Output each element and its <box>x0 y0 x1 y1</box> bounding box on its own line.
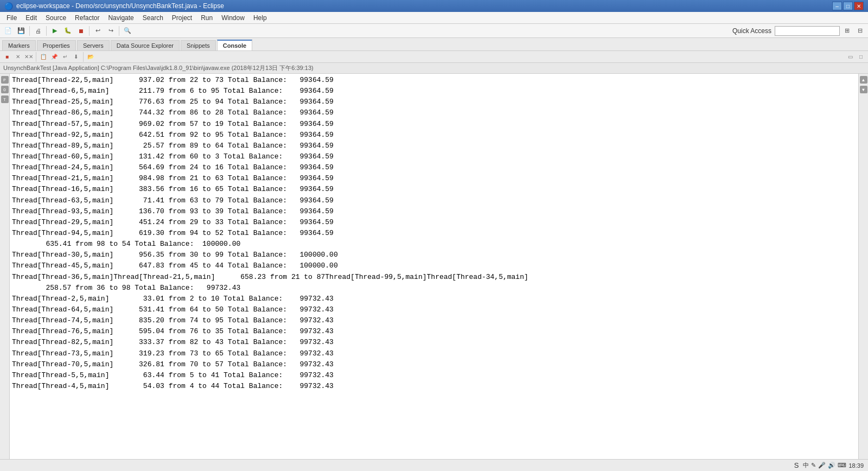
console-line: 635.41 from 98 to 54 Total Balance: 1000… <box>12 239 856 250</box>
console-line: Thread[Thread-45,5,main] 647.83 from 45 … <box>12 260 856 271</box>
status-bar: S 中 ✎ 🎤 🔊 ⌨ 18:39 <box>0 459 868 471</box>
status-icon-3: 🔊 <box>828 462 835 469</box>
quick-access-input[interactable] <box>775 26 840 36</box>
console-scroll-button[interactable]: ⬇ <box>71 52 81 62</box>
menu-window[interactable]: Window <box>217 13 249 23</box>
toolbar-new-button[interactable]: 📄 <box>2 25 14 37</box>
console-terminate-button[interactable]: ■ <box>2 52 12 62</box>
views-tabs: Markers Properties Servers Data Source E… <box>0 38 868 51</box>
tab-snippets[interactable]: Snippets <box>181 40 216 50</box>
menu-run[interactable]: Run <box>196 13 217 23</box>
menu-bar: File Edit Source Refactor Navigate Searc… <box>0 12 868 24</box>
console-maximize-button[interactable]: □ <box>856 52 866 62</box>
menu-navigate[interactable]: Navigate <box>104 13 138 23</box>
console-line: Thread[Thread-89,5,main] 25.57 from 89 t… <box>12 141 856 151</box>
toolbar-run-button[interactable]: ▶ <box>49 25 61 37</box>
menu-source[interactable]: Source <box>41 13 71 23</box>
status-icon-1: ✎ <box>811 462 816 469</box>
console-toolbar: ■ ✕ ✕✕ 📋 📌 ↵ ⬇ 📂 ▭ □ <box>0 51 868 63</box>
toolbar-print-button[interactable]: 🖨 <box>32 25 44 37</box>
status-ime-indicator: 中 <box>803 461 809 469</box>
title-bar: 🔵 eclipse-workspace - Demo/src/unsynch/U… <box>0 0 868 12</box>
title-bar-left: 🔵 eclipse-workspace - Demo/src/unsynch/U… <box>4 2 224 10</box>
toolbar-perspective-button[interactable]: ⊞ <box>841 25 853 37</box>
tab-console[interactable]: Console <box>217 40 252 50</box>
toolbar-search-button[interactable]: 🔍 <box>122 25 133 37</box>
toolbar-separator-1 <box>29 26 30 36</box>
title-bar-controls[interactable]: – □ ✕ <box>832 2 864 10</box>
status-icon-2: 🎤 <box>818 462 826 469</box>
console-line: Thread[Thread-4,5,main] 54.03 from 4 to … <box>12 381 856 392</box>
console-line: Thread[Thread-73,5,main] 319.23 from 73 … <box>12 348 856 359</box>
console-line: Thread[Thread-21,5,main] 984.98 from 21 … <box>12 173 856 184</box>
console-pin-button[interactable]: 📌 <box>49 52 59 62</box>
console-line: Thread[Thread-92,5,main] 642.51 from 92 … <box>12 130 856 141</box>
path-bar: UnsynchBankTest [Java Application] C:\Pr… <box>0 63 868 74</box>
toolbar-redo-button[interactable]: ↪ <box>105 25 117 37</box>
console-line: Thread[Thread-36,5,main]Thread[Thread-21… <box>12 272 856 283</box>
status-icon-4: ⌨ <box>838 462 846 469</box>
eclipse-logo-icon: 🔵 <box>4 2 13 10</box>
console-line: Thread[Thread-25,5,main] 776.63 from 25 … <box>12 97 856 107</box>
tab-properties[interactable]: Properties <box>37 40 76 50</box>
title-bar-text: eclipse-workspace - Demo/src/unsynch/Uns… <box>16 2 224 10</box>
main-content: P O T Thread[Thread-22,5,main] 937.02 fr… <box>0 74 868 459</box>
console-remove-launch-button[interactable]: ✕ <box>13 52 23 62</box>
toolbar-debug-button[interactable]: 🐛 <box>62 25 74 37</box>
console-line: Thread[Thread-76,5,main] 595.04 from 76 … <box>12 326 856 337</box>
tab-data-source-explorer[interactable]: Data Source Explorer <box>111 40 180 50</box>
console-line: 258.57 from 36 to 98 Total Balance: 9973… <box>12 283 856 294</box>
right-sidebar-icon-2[interactable]: ▼ <box>860 86 867 93</box>
console-line: Thread[Thread-63,5,main] 71.41 from 63 t… <box>12 195 856 206</box>
right-sidebar-icon-1[interactable]: ▲ <box>860 76 867 84</box>
console-view-button[interactable]: 📋 <box>39 52 48 62</box>
console-line: Thread[Thread-82,5,main] 333.37 from 82 … <box>12 337 856 348</box>
menu-search[interactable]: Search <box>138 13 168 23</box>
console-line: Thread[Thread-57,5,main] 969.02 from 57 … <box>12 119 856 130</box>
menu-help[interactable]: Help <box>249 13 271 23</box>
console-word-wrap-button[interactable]: ↵ <box>60 52 70 62</box>
toolbar-separator-2 <box>46 26 47 36</box>
minimize-button[interactable]: – <box>832 2 842 10</box>
console-line: Thread[Thread-94,5,main] 619.30 from 94 … <box>12 228 856 239</box>
left-sidebar: P O T <box>0 74 10 459</box>
status-time: 18:39 <box>848 462 864 469</box>
console-remove-all-button[interactable]: ✕✕ <box>24 52 34 62</box>
console-output[interactable]: Thread[Thread-22,5,main] 937.02 from 22 … <box>10 74 858 459</box>
toolbar-save-button[interactable]: 💾 <box>15 25 27 37</box>
toolbar-separator-3 <box>89 26 90 36</box>
console-minimize-button[interactable]: ▭ <box>845 52 855 62</box>
maximize-button[interactable]: □ <box>843 2 853 10</box>
console-line: Thread[Thread-2,5,main] 33.01 from 2 to … <box>12 294 856 304</box>
sidebar-icon-1[interactable]: P <box>1 76 9 84</box>
console-line: Thread[Thread-16,5,main] 383.56 from 16 … <box>12 184 856 195</box>
console-line: Thread[Thread-22,5,main] 937.02 from 22 … <box>12 75 856 86</box>
menu-edit[interactable]: Edit <box>21 13 41 23</box>
console-separator-2 <box>83 52 84 62</box>
menu-file[interactable]: File <box>2 13 21 23</box>
console-line: Thread[Thread-29,5,main] 451.24 from 29 … <box>12 217 856 228</box>
path-text: UnsynchBankTest [Java Application] C:\Pr… <box>3 64 314 72</box>
console-line: Thread[Thread-60,5,main] 131.42 from 60 … <box>12 151 856 162</box>
toolbar: 📄 💾 🖨 ▶ 🐛 ⏹ ↩ ↪ 🔍 Quick Access ⊞ ⊟ <box>0 24 868 38</box>
tab-markers[interactable]: Markers <box>2 40 36 50</box>
toolbar-layout-button[interactable]: ⊟ <box>854 25 866 37</box>
console-line: Thread[Thread-64,5,main] 531.41 from 64 … <box>12 304 856 315</box>
menu-refactor[interactable]: Refactor <box>71 13 104 23</box>
toolbar-stop-button[interactable]: ⏹ <box>75 25 87 37</box>
console-line: Thread[Thread-93,5,main] 136.70 from 93 … <box>12 206 856 217</box>
menu-project[interactable]: Project <box>168 13 196 23</box>
console-line: Thread[Thread-5,5,main] 63.44 from 5 to … <box>12 370 856 381</box>
console-line: Thread[Thread-24,5,main] 564.69 from 24 … <box>12 162 856 173</box>
console-line: Thread[Thread-70,5,main] 326.81 from 70 … <box>12 359 856 370</box>
tab-servers[interactable]: Servers <box>77 40 110 50</box>
toolbar-undo-button[interactable]: ↩ <box>92 25 104 37</box>
status-lang-indicator: S <box>794 461 799 469</box>
console-line: Thread[Thread-30,5,main] 956.35 from 30 … <box>12 250 856 260</box>
console-line: Thread[Thread-74,5,main] 835.20 from 74 … <box>12 315 856 326</box>
sidebar-icon-2[interactable]: O <box>1 86 9 93</box>
console-open-file-button[interactable]: 📂 <box>86 52 95 62</box>
console-line: Thread[Thread-86,5,main] 744.32 from 86 … <box>12 107 856 118</box>
sidebar-icon-3[interactable]: T <box>1 96 9 103</box>
close-button[interactable]: ✕ <box>854 2 864 10</box>
